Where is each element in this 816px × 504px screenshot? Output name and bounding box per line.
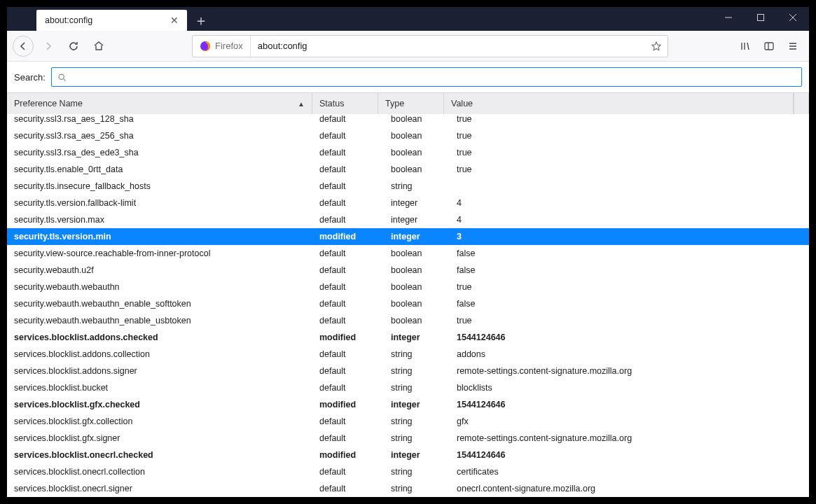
cell-name: services.blocklist.gfx.signer [7, 433, 312, 443]
cell-type: integer [378, 198, 444, 208]
table-row[interactable]: security.tls.enable_0rtt_datadefaultbool… [7, 161, 809, 178]
cell-name: services.blocklist.addons.signer [7, 366, 312, 376]
table-row[interactable]: services.blocklist.addons.checkedmodifie… [7, 329, 809, 346]
table-row[interactable]: security.ssl3.rsa_aes_256_shadefaultbool… [7, 127, 809, 144]
cell-name: security.tls.enable_0rtt_data [7, 164, 312, 174]
svg-rect-8 [765, 43, 773, 50]
close-window-button[interactable] [777, 7, 809, 28]
cell-name: security.webauth.u2f [7, 265, 312, 275]
search-input[interactable] [71, 68, 796, 86]
cell-status: default [312, 383, 378, 393]
cell-status: default [312, 366, 378, 376]
cell-status: default [312, 299, 378, 309]
col-header-type[interactable]: Type [378, 93, 444, 114]
sort-ascending-icon: ▲ [298, 100, 305, 108]
tab-strip: about:config ✕ ＋ [7, 7, 809, 31]
cell-value: 1544124646 [444, 332, 809, 342]
cell-name: services.blocklist.onecrl.signer [7, 484, 312, 493]
minimize-button[interactable] [712, 7, 745, 28]
col-header-name[interactable]: Preference Name ▲ [7, 93, 312, 114]
cell-value: 1544124646 [444, 450, 809, 460]
reload-button[interactable] [63, 36, 84, 57]
table-row[interactable]: security.ssl3.rsa_des_ede3_shadefaultboo… [7, 144, 809, 161]
table-row[interactable]: security.webauth.u2fdefaultbooleanfalse [7, 262, 809, 279]
table-row[interactable]: services.blocklist.gfx.collectiondefault… [7, 413, 809, 430]
app-menu-icon[interactable] [782, 36, 803, 57]
cell-type: integer [378, 215, 444, 225]
search-label: Search: [14, 72, 46, 83]
identity-label: Firefox [215, 41, 243, 51]
home-button[interactable] [88, 36, 109, 57]
table-row[interactable]: services.blocklist.addons.signerdefaults… [7, 363, 809, 379]
cell-status: default [312, 467, 378, 477]
table-row[interactable]: services.blocklist.bucketdefaultstringbl… [7, 379, 809, 396]
cell-type: string [378, 181, 444, 191]
col-header-status[interactable]: Status [312, 93, 378, 114]
cell-value: true [444, 131, 809, 141]
col-header-status-label: Status [319, 99, 344, 108]
column-picker-icon[interactable] [794, 93, 809, 114]
window-frame: about:config ✕ ＋ Firefox about:config [7, 7, 809, 497]
table-row[interactable]: security.tls.insecure_fallback_hostsdefa… [7, 178, 809, 195]
table-row[interactable]: security.tls.version.maxdefaultinteger4 [7, 211, 809, 228]
table-row[interactable]: security.tls.version.minmodifiedinteger3 [7, 228, 809, 245]
nav-right-icons [735, 36, 803, 57]
cell-status: modified [312, 450, 378, 460]
table-row[interactable]: services.blocklist.addons.collectiondefa… [7, 346, 809, 363]
table-row[interactable]: services.blocklist.onecrl.checkedmodifie… [7, 447, 809, 463]
table-row[interactable]: services.blocklist.gfx.checkedmodifiedin… [7, 396, 809, 413]
close-tab-icon[interactable]: ✕ [170, 15, 179, 26]
identity-box[interactable]: Firefox [193, 36, 251, 57]
cell-status: default [312, 282, 378, 292]
table-row[interactable]: services.blocklist.onecrl.collectiondefa… [7, 463, 809, 480]
cell-type: integer [378, 450, 444, 460]
new-tab-button[interactable]: ＋ [191, 10, 211, 30]
cell-name: services.blocklist.gfx.collection [7, 416, 312, 426]
url-text[interactable]: about:config [251, 41, 645, 51]
cell-type: string [378, 349, 444, 359]
cell-type: boolean [378, 131, 444, 141]
sidebar-icon[interactable] [759, 36, 780, 57]
search-icon [57, 73, 67, 82]
cell-name: security.webauth.webauthn_enable_softtok… [7, 299, 312, 309]
cell-name: security.tls.version.max [7, 215, 312, 225]
cell-value: 4 [444, 215, 809, 225]
preferences-list[interactable]: security.ssl3.rsa_aes_128_shadefaultbool… [7, 114, 809, 497]
browser-tab[interactable]: about:config ✕ [36, 10, 187, 31]
cell-value: true [444, 114, 809, 124]
cell-name: security.tls.version.fallback-limit [7, 198, 312, 208]
forward-button[interactable] [38, 36, 59, 57]
cell-type: boolean [378, 114, 444, 124]
table-row[interactable]: security.webauth.webauthn_enable_usbtoke… [7, 312, 809, 329]
col-header-value-label: Value [451, 99, 473, 108]
cell-name: services.blocklist.addons.collection [7, 349, 312, 359]
table-row[interactable]: services.blocklist.onecrl.signerdefaults… [7, 480, 809, 497]
table-row[interactable]: security.view-source.reachable-from-inne… [7, 245, 809, 262]
cell-value: true [444, 316, 809, 326]
library-icon[interactable] [735, 36, 756, 57]
maximize-button[interactable] [745, 7, 777, 28]
back-button[interactable] [13, 36, 34, 57]
table-row[interactable]: security.webauth.webauthndefaultbooleant… [7, 279, 809, 295]
cell-status: default [312, 164, 378, 174]
cell-value: false [444, 299, 809, 309]
cell-value: 1544124646 [444, 400, 809, 410]
cell-status: modified [312, 400, 378, 410]
cell-value: 3 [444, 232, 809, 241]
table-row[interactable]: security.webauth.webauthn_enable_softtok… [7, 295, 809, 312]
search-input-wrapper[interactable] [51, 67, 802, 87]
col-header-value[interactable]: Value [444, 93, 794, 114]
url-bar[interactable]: Firefox about:config [192, 35, 668, 57]
bookmark-star-icon[interactable] [645, 41, 668, 52]
window-controls [712, 7, 809, 31]
cell-type: boolean [378, 299, 444, 309]
cell-type: string [378, 433, 444, 443]
table-row[interactable]: security.ssl3.rsa_aes_128_shadefaultbool… [7, 114, 809, 127]
cell-value: certificates [444, 467, 809, 477]
cell-type: integer [378, 232, 444, 241]
table-row[interactable]: services.blocklist.gfx.signerdefaultstri… [7, 430, 809, 447]
table-row[interactable]: security.tls.version.fallback-limitdefau… [7, 195, 809, 211]
svg-point-13 [59, 74, 64, 79]
tab-title: about:config [45, 15, 170, 25]
cell-name: security.ssl3.rsa_aes_128_sha [7, 114, 312, 124]
